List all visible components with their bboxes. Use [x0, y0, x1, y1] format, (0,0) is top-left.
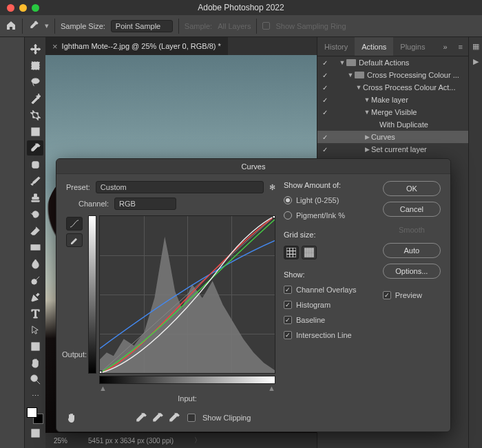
- stamp-tool-icon[interactable]: [27, 190, 43, 205]
- action-label: Merge Visible: [371, 108, 417, 116]
- baseline-checkbox[interactable]: [284, 316, 292, 324]
- action-row[interactable]: With Duplicate: [317, 118, 468, 131]
- auto-button[interactable]: Auto: [383, 243, 441, 258]
- twisty-icon[interactable]: ▼: [363, 96, 371, 103]
- svg-rect-4: [30, 244, 39, 250]
- pen-tool-icon[interactable]: [27, 289, 43, 304]
- grid-4x4-button[interactable]: [284, 246, 299, 259]
- brush-tool-icon[interactable]: [27, 173, 43, 189]
- smooth-button: Smooth: [383, 222, 441, 237]
- action-check-icon[interactable]: ✓: [320, 96, 330, 104]
- action-label: Make layer: [371, 96, 408, 104]
- curve-pencil-tool[interactable]: [66, 233, 83, 247]
- input-gradient: [99, 376, 275, 384]
- play-icon[interactable]: ▶: [471, 56, 481, 66]
- frame-tool-icon[interactable]: [27, 124, 43, 139]
- heal-tool-icon[interactable]: [27, 157, 43, 172]
- svg-rect-0: [31, 61, 39, 69]
- curves-dialog: Curves Preset: Custom ✻ Channel: RGB Out…: [56, 158, 451, 432]
- black-point-eyedropper-icon[interactable]: [135, 412, 147, 423]
- curves-graph[interactable]: [99, 215, 275, 374]
- tab-history[interactable]: History: [317, 37, 355, 56]
- baseline-label: Baseline: [296, 316, 325, 324]
- gray-point-eyedropper-icon[interactable]: [151, 412, 164, 423]
- color-swatches[interactable]: [27, 407, 43, 424]
- hand-tool-icon[interactable]: [27, 355, 43, 370]
- quickmask-icon[interactable]: [27, 425, 43, 440]
- ok-button[interactable]: OK: [383, 181, 441, 196]
- action-check-icon[interactable]: ✓: [320, 59, 330, 67]
- history-brush-icon[interactable]: [27, 206, 43, 222]
- intersection-label: Intersection Line: [296, 331, 352, 339]
- white-point-eyedropper-icon[interactable]: [168, 412, 180, 423]
- marquee-tool-icon[interactable]: [27, 58, 43, 73]
- action-check-icon[interactable]: ✓: [320, 72, 330, 79]
- app-title: Adobe Photoshop 2022: [0, 3, 482, 12]
- shape-tool-icon[interactable]: [27, 339, 43, 354]
- pigment-radio[interactable]: [284, 211, 292, 220]
- twisty-icon[interactable]: ▶: [363, 134, 371, 140]
- action-check-icon[interactable]: ✓: [320, 146, 330, 153]
- tab-actions[interactable]: Actions: [355, 37, 393, 56]
- wand-tool-icon[interactable]: [27, 91, 43, 106]
- action-check-icon[interactable]: ✓: [320, 109, 330, 116]
- show-clipping-checkbox[interactable]: [187, 414, 196, 422]
- panel-overflow-icon[interactable]: »: [437, 43, 452, 51]
- show-sampling-ring-checkbox[interactable]: [262, 22, 270, 30]
- twisty-icon[interactable]: ▶: [363, 146, 371, 153]
- eraser-tool-icon[interactable]: [27, 223, 43, 238]
- type-tool-icon[interactable]: [27, 306, 43, 321]
- lasso-tool-icon[interactable]: [27, 74, 43, 89]
- action-check-icon[interactable]: ✓: [320, 84, 330, 92]
- light-radio[interactable]: [284, 196, 292, 204]
- path-select-icon[interactable]: [27, 322, 43, 337]
- action-row[interactable]: ✓▼Merge Visible: [317, 106, 468, 118]
- action-row[interactable]: ✓▶Set current layer: [317, 143, 468, 156]
- grid-10x10-button[interactable]: [302, 246, 317, 259]
- action-row[interactable]: ✓▼Cross Processing Colour ...: [317, 69, 468, 81]
- panel-icon[interactable]: ▦: [471, 41, 481, 51]
- dodge-tool-icon[interactable]: [27, 273, 43, 288]
- channel-overlays-checkbox[interactable]: [284, 286, 292, 294]
- gradient-tool-icon[interactable]: [27, 239, 43, 255]
- show-clipping-label: Show Clipping: [202, 414, 251, 422]
- folder-icon: [346, 59, 356, 66]
- curve-point-tool[interactable]: [66, 217, 83, 231]
- options-button[interactable]: Options...: [383, 264, 441, 279]
- intersection-checkbox[interactable]: [284, 331, 292, 339]
- panel-menu-icon[interactable]: ≡: [453, 43, 468, 51]
- sample-size-select[interactable]: Point Sample: [111, 20, 173, 32]
- zoom-level[interactable]: 25%: [54, 437, 67, 445]
- histogram-checkbox[interactable]: [284, 301, 292, 309]
- action-row[interactable]: ✓▶Curves: [317, 131, 468, 143]
- channel-select[interactable]: RGB: [114, 198, 176, 210]
- twisty-icon[interactable]: ▼: [363, 109, 371, 116]
- status-bar: 25% 5451 px x 3634 px (300 ppi) 〉: [45, 433, 317, 448]
- tab-plugins[interactable]: Plugins: [393, 37, 432, 56]
- home-icon[interactable]: [6, 20, 17, 32]
- eyedropper-tool-icon[interactable]: [27, 140, 43, 156]
- document-tab[interactable]: × Ightham Mote--2.jpg @ 25% (Layer 0, RG…: [45, 37, 228, 55]
- action-check-icon[interactable]: ✓: [320, 134, 330, 141]
- cancel-button[interactable]: Cancel: [383, 202, 441, 217]
- move-tool-icon[interactable]: [27, 41, 43, 56]
- crop-tool-icon[interactable]: [27, 107, 43, 122]
- twisty-icon[interactable]: ▼: [346, 72, 355, 78]
- preset-select[interactable]: Custom: [96, 181, 264, 193]
- zoom-tool-icon[interactable]: [27, 372, 43, 387]
- action-row[interactable]: ✓▼Make layer: [317, 94, 468, 106]
- gear-icon[interactable]: ✻: [269, 183, 275, 192]
- foreground-swatch[interactable]: [27, 407, 37, 418]
- eyedropper-tool-icon[interactable]: [28, 20, 39, 32]
- action-row[interactable]: ✓▼Cross Process Colour Act...: [317, 81, 468, 94]
- twisty-icon[interactable]: ▼: [338, 59, 346, 66]
- preview-checkbox[interactable]: [383, 291, 391, 299]
- action-label: Default Actions: [359, 58, 409, 67]
- action-row[interactable]: ✓▼Default Actions: [317, 56, 468, 69]
- close-tab-icon[interactable]: ×: [52, 41, 58, 52]
- twisty-icon[interactable]: ▼: [355, 84, 363, 91]
- blur-tool-icon[interactable]: [27, 256, 43, 271]
- target-adjust-icon[interactable]: [66, 412, 80, 423]
- more-tools-icon[interactable]: ⋯: [27, 388, 43, 403]
- svg-point-7: [30, 374, 36, 381]
